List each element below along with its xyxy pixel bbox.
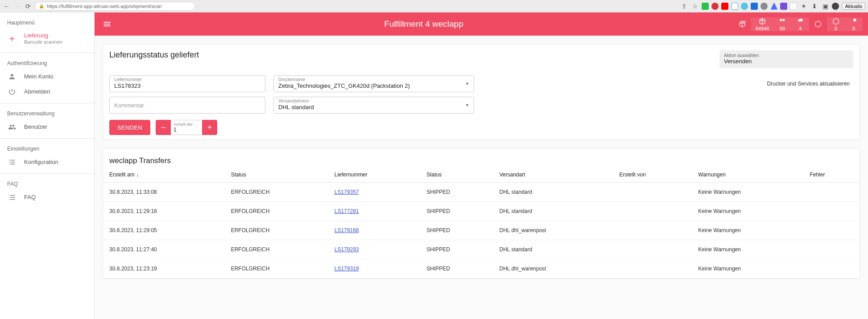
sidebar-item-benutzer[interactable]: Benutzer bbox=[0, 119, 94, 135]
sidebar-item-konfiguration[interactable]: Konfiguration bbox=[0, 155, 94, 170]
cell-liefernummer: LS177281 bbox=[328, 202, 420, 221]
list-icon bbox=[7, 158, 17, 166]
refresh-services-link[interactable]: Drucker und Services aktualisieren bbox=[767, 81, 853, 87]
purple-ext-icon[interactable] bbox=[780, 3, 787, 10]
druckername-value: Zebra_Technologies_ZTC_GK420d (Packstati… bbox=[278, 82, 469, 89]
stat-add-package[interactable] bbox=[733, 17, 751, 31]
download-icon[interactable]: ⬇ bbox=[810, 2, 818, 10]
col-liefernummer[interactable]: Liefernummer bbox=[328, 167, 420, 183]
ext-s-icon[interactable] bbox=[731, 3, 738, 10]
stat-users-a[interactable]: 69 bbox=[773, 17, 791, 31]
cell-status1: ERFOLGREICH bbox=[225, 221, 328, 240]
sidebar-item-faq[interactable]: FAQ bbox=[0, 190, 94, 205]
back-button[interactable]: ← bbox=[3, 2, 11, 10]
gray-ext-icon[interactable] bbox=[761, 3, 768, 10]
extension-icon[interactable] bbox=[702, 3, 709, 10]
cell-erstellt: 30.8.2023, 11:23:19 bbox=[103, 259, 225, 278]
action-select-label: Aktion auswählen bbox=[724, 53, 849, 58]
liefernummer-field[interactable]: Liefernummer bbox=[109, 75, 265, 92]
decrement-button[interactable]: − bbox=[156, 120, 171, 135]
stat-zero-a[interactable]: 0 bbox=[827, 17, 845, 31]
cell-liefernummer: LS179168 bbox=[328, 221, 420, 240]
plus-icon bbox=[7, 35, 17, 43]
sidebar-section-users: Benutzerverwaltung bbox=[0, 107, 94, 119]
star-icon[interactable]: ☆ bbox=[691, 2, 699, 10]
share-icon[interactable]: ⇪ bbox=[680, 2, 688, 10]
cell-fehler bbox=[803, 259, 860, 278]
sidebar-item-lieferung[interactable]: Lieferung Barcode scannen bbox=[0, 29, 94, 49]
increment-button[interactable]: + bbox=[202, 120, 217, 135]
stat-users-b[interactable]: 4 bbox=[791, 17, 809, 31]
liefernummer-link[interactable]: LS179168 bbox=[335, 227, 359, 233]
stat-package-down[interactable] bbox=[809, 17, 827, 31]
transfers-card: weclapp Transfers Erstellt am↓ Status Li… bbox=[103, 148, 860, 279]
cell-versandart: DHL standard bbox=[493, 202, 613, 221]
panel-icon[interactable]: ▣ bbox=[821, 2, 829, 10]
address-bar[interactable]: 🔒 https://fulfillment-app-altruan.web.ap… bbox=[35, 2, 195, 11]
action-select-value: Versenden bbox=[724, 58, 849, 65]
versandservice-select[interactable]: Versandservice DHL standard bbox=[273, 97, 474, 114]
table-row: 30.8.2023, 11:27:40ERFOLGREICHLS179293SH… bbox=[103, 240, 860, 259]
liefernummer-link[interactable]: LS179319 bbox=[335, 266, 359, 272]
triangle-ext-icon[interactable] bbox=[770, 3, 777, 10]
cell-status1: ERFOLGREICH bbox=[225, 259, 328, 278]
liefernummer-link[interactable]: LS179357 bbox=[335, 189, 359, 195]
cell-erstellt: 30.8.2023, 11:33:08 bbox=[103, 183, 225, 202]
stats-ext-icon[interactable] bbox=[790, 3, 797, 10]
liefernummer-link[interactable]: LS177281 bbox=[335, 208, 359, 214]
cell-erstellt-von bbox=[613, 240, 692, 259]
stat-value: 69 bbox=[780, 26, 785, 31]
pin-ext-icon[interactable] bbox=[741, 3, 748, 10]
col-fehler[interactable]: Fehler bbox=[803, 167, 860, 183]
table-row: 30.8.2023, 11:33:08ERFOLGREICHLS179357SH… bbox=[103, 183, 860, 202]
sidebar-item-konto[interactable]: Mein Konto bbox=[0, 69, 94, 84]
list-icon bbox=[7, 193, 17, 201]
abp-icon[interactable] bbox=[711, 3, 719, 10]
cell-erstellt-von bbox=[613, 221, 692, 240]
stat-value: 84948 bbox=[756, 26, 769, 31]
cell-status1: ERFOLGREICH bbox=[225, 202, 328, 221]
col-versandart[interactable]: Versandart bbox=[493, 167, 613, 183]
reload-button[interactable]: ⟳ bbox=[24, 2, 32, 10]
cell-liefernummer: LS179293 bbox=[328, 240, 420, 259]
liefernummer-input[interactable] bbox=[114, 82, 260, 89]
extensions-button[interactable]: ✶ bbox=[800, 2, 808, 10]
label-count-stepper: − Anzahl der Etik… 1 + bbox=[156, 120, 217, 135]
cell-erstellt-von bbox=[613, 202, 692, 221]
blue-ext-icon[interactable] bbox=[751, 3, 758, 10]
menu-button[interactable] bbox=[100, 17, 114, 31]
refresh-browser-button[interactable]: Aktualis bbox=[842, 3, 865, 10]
col-status1[interactable]: Status bbox=[225, 167, 328, 183]
col-erstellt[interactable]: Erstellt am↓ bbox=[103, 167, 225, 183]
cell-status1: ERFOLGREICH bbox=[225, 183, 328, 202]
label-count-field[interactable]: Anzahl der Etik… 1 bbox=[171, 120, 202, 135]
browser-toolbar-right: ⇪ ☆ ✶ ⬇ ▣ Aktualis bbox=[680, 2, 865, 10]
sidebar-item-label: Lieferung bbox=[24, 32, 62, 39]
field-label: Liefernummer bbox=[114, 77, 142, 82]
action-select[interactable]: Aktion auswählen Versenden bbox=[719, 50, 853, 68]
send-button[interactable]: SENDEN bbox=[109, 120, 150, 135]
kommentar-field[interactable]: Kommentar bbox=[109, 97, 265, 114]
people-icon bbox=[7, 123, 17, 131]
sidebar-section-faq: FAQ bbox=[0, 177, 94, 190]
avatar-icon[interactable] bbox=[832, 3, 839, 10]
liefernummer-link[interactable]: LS179293 bbox=[335, 246, 359, 253]
druckername-select[interactable]: Druckername Zebra_Technologies_ZTC_GK420… bbox=[273, 75, 474, 92]
col-warnungen[interactable]: Warnungen bbox=[692, 167, 803, 183]
youtube-ext-icon[interactable] bbox=[721, 3, 728, 10]
cell-warnungen: Keine Warnungen bbox=[692, 240, 803, 259]
col-erstellt-von[interactable]: Erstellt von bbox=[613, 167, 692, 183]
cell-warnungen: Keine Warnungen bbox=[692, 221, 803, 240]
forward-button[interactable]: → bbox=[13, 2, 21, 10]
sidebar-item-abmelden[interactable]: Abmelden bbox=[0, 84, 94, 99]
cell-fehler bbox=[803, 183, 860, 202]
stepper-label: Anzahl der Etik… bbox=[174, 122, 199, 127]
appbar-actions: 84948 69 4 0 0 bbox=[733, 17, 863, 31]
stat-packages[interactable]: 84948 bbox=[751, 17, 773, 31]
cell-status2: SHIPPED bbox=[420, 221, 493, 240]
col-status2[interactable]: Status bbox=[420, 167, 493, 183]
sort-desc-icon: ↓ bbox=[136, 172, 139, 177]
stat-zero-b[interactable]: 0 bbox=[845, 17, 863, 31]
sidebar-section-main: Hauptmenü bbox=[0, 16, 94, 29]
cell-fehler bbox=[803, 202, 860, 221]
